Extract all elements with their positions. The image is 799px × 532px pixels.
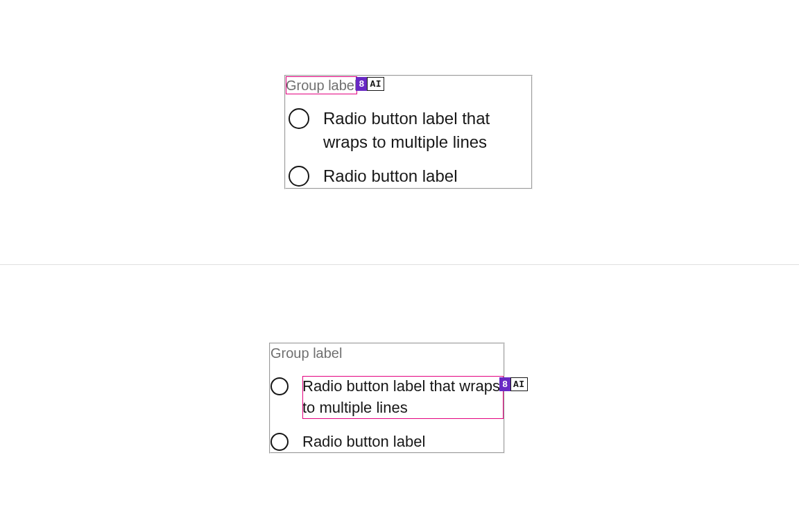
radio-icon[interactable]	[270, 377, 289, 395]
radio-button-group-bottom: Group label Radio button label that wrap…	[269, 343, 505, 454]
annotation-number: 8	[499, 377, 510, 391]
radio-button-item[interactable]: Radio button label that wraps to multipl…	[270, 376, 504, 419]
annotation-number: 8	[356, 77, 367, 91]
radio-icon[interactable]	[289, 108, 309, 129]
radio-items: Radio button label that wraps to multipl…	[270, 376, 504, 452]
group-label: Group label	[270, 344, 342, 362]
radio-button-item[interactable]: Radio button label	[289, 164, 531, 188]
annotation-badge: 8 AI	[356, 77, 384, 91]
radio-label: Radio button label	[302, 431, 425, 453]
radio-label: Radio button label	[323, 164, 457, 188]
example-panel-bottom: Group label Radio button label that wrap…	[0, 265, 799, 532]
radio-label-text: Radio button label that wraps to multipl…	[302, 377, 500, 416]
radio-button-group-top: Group label 8 AI Radio button label that…	[284, 75, 533, 189]
annotation-ai-tag: AI	[367, 77, 384, 91]
radio-items: Radio button label that wraps to multipl…	[286, 107, 531, 188]
group-label-text: Group label	[286, 78, 357, 93]
example-panel-top: Group label 8 AI Radio button label that…	[0, 0, 799, 265]
annotation-ai-tag: AI	[510, 377, 528, 391]
radio-label: Radio button label that wraps to multipl…	[302, 376, 504, 419]
radio-button-item[interactable]: Radio button label that wraps to multipl…	[289, 107, 531, 153]
group-label-text: Group label	[270, 345, 342, 361]
radio-icon[interactable]	[270, 433, 289, 451]
radio-label: Radio button label that wraps to multipl…	[323, 107, 531, 153]
group-label: Group label 8 AI	[286, 76, 357, 94]
annotation-badge: 8 AI	[499, 377, 528, 391]
radio-icon[interactable]	[289, 166, 309, 187]
radio-button-item[interactable]: Radio button label	[270, 431, 504, 453]
